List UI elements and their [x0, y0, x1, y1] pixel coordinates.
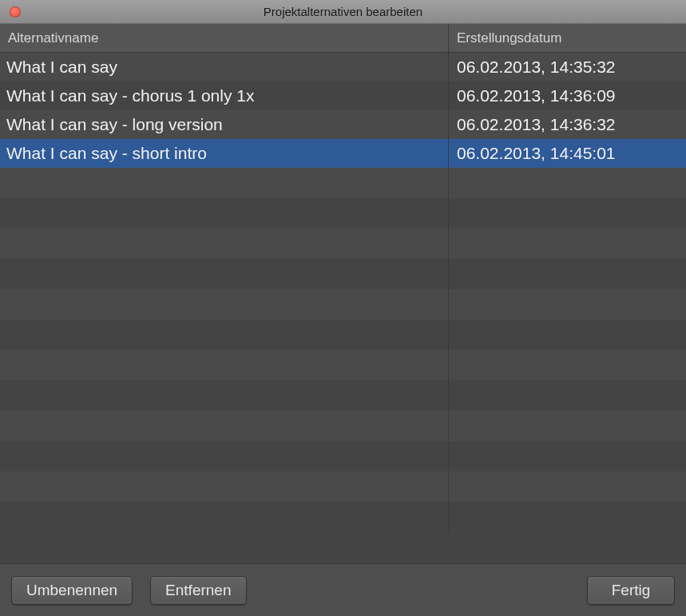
close-icon[interactable]: [10, 6, 21, 18]
table-row-empty: [0, 198, 686, 229]
cell-name: What I can say - long version: [0, 110, 449, 139]
table-row-empty: [0, 168, 686, 198]
table-row-empty: [0, 259, 686, 289]
table-row-empty: [0, 350, 686, 380]
window-title: Projektalternativen bearbeiten: [0, 5, 686, 18]
table-row-empty: [0, 320, 686, 350]
footer: Umbenennen Entfernen Fertig: [0, 563, 686, 616]
table-row-empty: [0, 502, 686, 532]
column-header-date[interactable]: Erstellungsdatum: [449, 24, 686, 52]
table-row-empty: [0, 229, 686, 259]
titlebar: Projektalternativen bearbeiten: [0, 0, 686, 24]
cell-name: What I can say: [0, 53, 449, 81]
cell-date: 06.02.2013, 14:35:32: [449, 53, 686, 81]
table-row[interactable]: What I can say06.02.2013, 14:35:32: [0, 53, 686, 81]
table-row-empty: [0, 380, 686, 411]
table-row-empty: [0, 471, 686, 502]
cell-date: 06.02.2013, 14:36:09: [449, 81, 686, 110]
table-row-empty: [0, 411, 686, 441]
cell-date: 06.02.2013, 14:45:01: [449, 139, 686, 168]
table-row[interactable]: What I can say - chorus 1 only 1x06.02.2…: [0, 81, 686, 110]
cell-date: 06.02.2013, 14:36:32: [449, 110, 686, 139]
cell-name: What I can say - short intro: [0, 139, 449, 168]
table-row-empty: [0, 289, 686, 320]
done-button[interactable]: Fertig: [587, 576, 675, 605]
table-row[interactable]: What I can say - long version06.02.2013,…: [0, 110, 686, 139]
remove-button[interactable]: Entfernen: [150, 576, 246, 605]
column-header-name[interactable]: Alternativname: [0, 24, 449, 52]
table-row[interactable]: What I can say - short intro06.02.2013, …: [0, 139, 686, 168]
cell-name: What I can say - chorus 1 only 1x: [0, 81, 449, 110]
table-row-empty: [0, 441, 686, 471]
rename-button[interactable]: Umbenennen: [11, 576, 133, 605]
table-header: Alternativname Erstellungsdatum: [0, 24, 686, 53]
table-body: What I can say06.02.2013, 14:35:32What I…: [0, 53, 686, 563]
